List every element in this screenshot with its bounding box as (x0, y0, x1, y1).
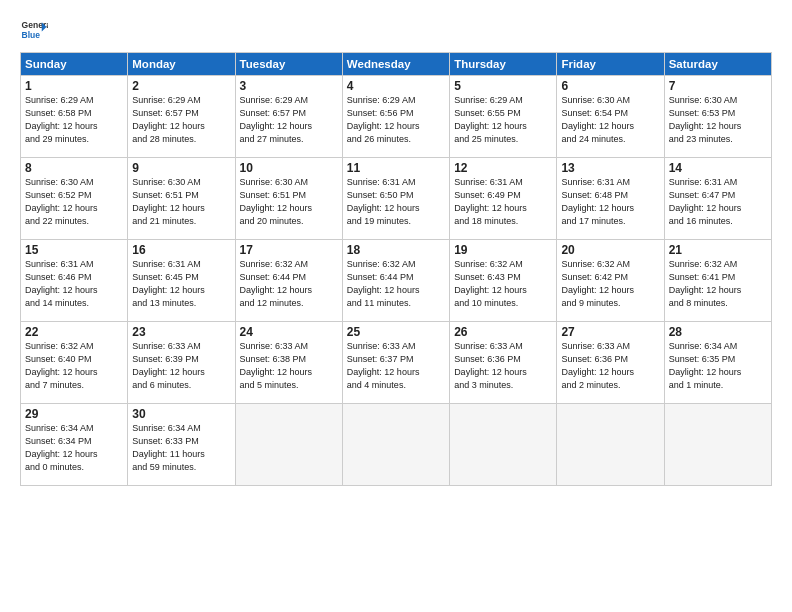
day-header-sunday: Sunday (21, 53, 128, 76)
day-number: 14 (669, 161, 767, 175)
cell-sun-info: Sunrise: 6:32 AM Sunset: 6:40 PM Dayligh… (25, 340, 123, 392)
calendar-cell: 19Sunrise: 6:32 AM Sunset: 6:43 PM Dayli… (450, 240, 557, 322)
page: General Blue SundayMondayTuesdayWednesda… (0, 0, 792, 496)
calendar-cell (235, 404, 342, 486)
cell-sun-info: Sunrise: 6:32 AM Sunset: 6:44 PM Dayligh… (240, 258, 338, 310)
svg-text:Blue: Blue (22, 30, 41, 40)
calendar-cell: 8Sunrise: 6:30 AM Sunset: 6:52 PM Daylig… (21, 158, 128, 240)
cell-sun-info: Sunrise: 6:29 AM Sunset: 6:57 PM Dayligh… (240, 94, 338, 146)
calendar-week-3: 15Sunrise: 6:31 AM Sunset: 6:46 PM Dayli… (21, 240, 772, 322)
day-number: 19 (454, 243, 552, 257)
cell-sun-info: Sunrise: 6:34 AM Sunset: 6:34 PM Dayligh… (25, 422, 123, 474)
day-number: 6 (561, 79, 659, 93)
day-number: 7 (669, 79, 767, 93)
cell-sun-info: Sunrise: 6:30 AM Sunset: 6:54 PM Dayligh… (561, 94, 659, 146)
day-number: 15 (25, 243, 123, 257)
cell-sun-info: Sunrise: 6:31 AM Sunset: 6:48 PM Dayligh… (561, 176, 659, 228)
day-header-friday: Friday (557, 53, 664, 76)
cell-sun-info: Sunrise: 6:33 AM Sunset: 6:39 PM Dayligh… (132, 340, 230, 392)
day-header-monday: Monday (128, 53, 235, 76)
day-number: 8 (25, 161, 123, 175)
calendar-header-row: SundayMondayTuesdayWednesdayThursdayFrid… (21, 53, 772, 76)
cell-sun-info: Sunrise: 6:33 AM Sunset: 6:37 PM Dayligh… (347, 340, 445, 392)
calendar-week-4: 22Sunrise: 6:32 AM Sunset: 6:40 PM Dayli… (21, 322, 772, 404)
calendar-cell: 12Sunrise: 6:31 AM Sunset: 6:49 PM Dayli… (450, 158, 557, 240)
cell-sun-info: Sunrise: 6:29 AM Sunset: 6:57 PM Dayligh… (132, 94, 230, 146)
cell-sun-info: Sunrise: 6:34 AM Sunset: 6:33 PM Dayligh… (132, 422, 230, 474)
day-header-thursday: Thursday (450, 53, 557, 76)
cell-sun-info: Sunrise: 6:30 AM Sunset: 6:51 PM Dayligh… (240, 176, 338, 228)
calendar-cell: 15Sunrise: 6:31 AM Sunset: 6:46 PM Dayli… (21, 240, 128, 322)
header: General Blue (20, 16, 772, 44)
calendar-cell (450, 404, 557, 486)
day-number: 12 (454, 161, 552, 175)
day-number: 21 (669, 243, 767, 257)
cell-sun-info: Sunrise: 6:33 AM Sunset: 6:38 PM Dayligh… (240, 340, 338, 392)
calendar-cell: 7Sunrise: 6:30 AM Sunset: 6:53 PM Daylig… (664, 76, 771, 158)
day-header-saturday: Saturday (664, 53, 771, 76)
day-number: 25 (347, 325, 445, 339)
calendar-cell: 10Sunrise: 6:30 AM Sunset: 6:51 PM Dayli… (235, 158, 342, 240)
day-number: 18 (347, 243, 445, 257)
calendar-cell: 24Sunrise: 6:33 AM Sunset: 6:38 PM Dayli… (235, 322, 342, 404)
cell-sun-info: Sunrise: 6:31 AM Sunset: 6:47 PM Dayligh… (669, 176, 767, 228)
calendar-cell (557, 404, 664, 486)
day-number: 17 (240, 243, 338, 257)
cell-sun-info: Sunrise: 6:31 AM Sunset: 6:50 PM Dayligh… (347, 176, 445, 228)
calendar-week-5: 29Sunrise: 6:34 AM Sunset: 6:34 PM Dayli… (21, 404, 772, 486)
calendar-cell: 18Sunrise: 6:32 AM Sunset: 6:44 PM Dayli… (342, 240, 449, 322)
day-number: 26 (454, 325, 552, 339)
cell-sun-info: Sunrise: 6:32 AM Sunset: 6:44 PM Dayligh… (347, 258, 445, 310)
cell-sun-info: Sunrise: 6:29 AM Sunset: 6:55 PM Dayligh… (454, 94, 552, 146)
cell-sun-info: Sunrise: 6:32 AM Sunset: 6:42 PM Dayligh… (561, 258, 659, 310)
calendar-cell: 4Sunrise: 6:29 AM Sunset: 6:56 PM Daylig… (342, 76, 449, 158)
calendar-cell: 27Sunrise: 6:33 AM Sunset: 6:36 PM Dayli… (557, 322, 664, 404)
calendar-cell: 13Sunrise: 6:31 AM Sunset: 6:48 PM Dayli… (557, 158, 664, 240)
day-number: 1 (25, 79, 123, 93)
logo-icon: General Blue (20, 16, 48, 44)
day-number: 20 (561, 243, 659, 257)
cell-sun-info: Sunrise: 6:31 AM Sunset: 6:45 PM Dayligh… (132, 258, 230, 310)
cell-sun-info: Sunrise: 6:30 AM Sunset: 6:52 PM Dayligh… (25, 176, 123, 228)
day-number: 9 (132, 161, 230, 175)
day-number: 16 (132, 243, 230, 257)
calendar-cell (664, 404, 771, 486)
day-number: 11 (347, 161, 445, 175)
cell-sun-info: Sunrise: 6:31 AM Sunset: 6:49 PM Dayligh… (454, 176, 552, 228)
cell-sun-info: Sunrise: 6:32 AM Sunset: 6:41 PM Dayligh… (669, 258, 767, 310)
day-number: 23 (132, 325, 230, 339)
day-number: 4 (347, 79, 445, 93)
calendar-cell: 16Sunrise: 6:31 AM Sunset: 6:45 PM Dayli… (128, 240, 235, 322)
calendar-cell: 20Sunrise: 6:32 AM Sunset: 6:42 PM Dayli… (557, 240, 664, 322)
cell-sun-info: Sunrise: 6:33 AM Sunset: 6:36 PM Dayligh… (561, 340, 659, 392)
day-number: 22 (25, 325, 123, 339)
cell-sun-info: Sunrise: 6:32 AM Sunset: 6:43 PM Dayligh… (454, 258, 552, 310)
calendar-cell: 17Sunrise: 6:32 AM Sunset: 6:44 PM Dayli… (235, 240, 342, 322)
day-number: 24 (240, 325, 338, 339)
calendar-cell: 30Sunrise: 6:34 AM Sunset: 6:33 PM Dayli… (128, 404, 235, 486)
cell-sun-info: Sunrise: 6:29 AM Sunset: 6:58 PM Dayligh… (25, 94, 123, 146)
calendar-cell: 6Sunrise: 6:30 AM Sunset: 6:54 PM Daylig… (557, 76, 664, 158)
calendar-cell: 29Sunrise: 6:34 AM Sunset: 6:34 PM Dayli… (21, 404, 128, 486)
day-number: 29 (25, 407, 123, 421)
calendar-body: 1Sunrise: 6:29 AM Sunset: 6:58 PM Daylig… (21, 76, 772, 486)
day-header-tuesday: Tuesday (235, 53, 342, 76)
calendar-cell: 9Sunrise: 6:30 AM Sunset: 6:51 PM Daylig… (128, 158, 235, 240)
day-number: 3 (240, 79, 338, 93)
calendar-cell: 5Sunrise: 6:29 AM Sunset: 6:55 PM Daylig… (450, 76, 557, 158)
calendar-cell: 23Sunrise: 6:33 AM Sunset: 6:39 PM Dayli… (128, 322, 235, 404)
calendar-cell: 2Sunrise: 6:29 AM Sunset: 6:57 PM Daylig… (128, 76, 235, 158)
cell-sun-info: Sunrise: 6:31 AM Sunset: 6:46 PM Dayligh… (25, 258, 123, 310)
day-number: 30 (132, 407, 230, 421)
calendar-cell: 14Sunrise: 6:31 AM Sunset: 6:47 PM Dayli… (664, 158, 771, 240)
calendar-table: SundayMondayTuesdayWednesdayThursdayFrid… (20, 52, 772, 486)
calendar-cell: 25Sunrise: 6:33 AM Sunset: 6:37 PM Dayli… (342, 322, 449, 404)
day-number: 28 (669, 325, 767, 339)
day-number: 27 (561, 325, 659, 339)
cell-sun-info: Sunrise: 6:33 AM Sunset: 6:36 PM Dayligh… (454, 340, 552, 392)
day-number: 5 (454, 79, 552, 93)
calendar-cell (342, 404, 449, 486)
logo: General Blue (20, 16, 48, 44)
cell-sun-info: Sunrise: 6:34 AM Sunset: 6:35 PM Dayligh… (669, 340, 767, 392)
cell-sun-info: Sunrise: 6:29 AM Sunset: 6:56 PM Dayligh… (347, 94, 445, 146)
